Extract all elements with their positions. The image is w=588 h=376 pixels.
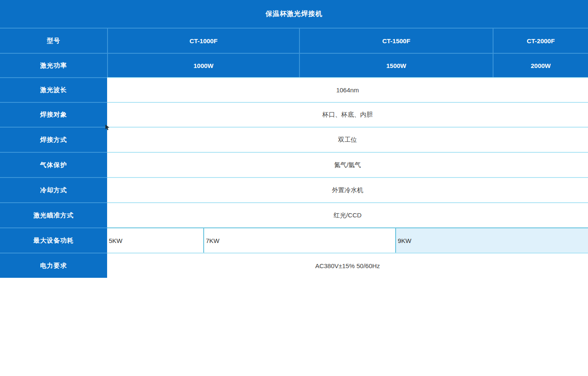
- row-label-laser-power: 激光功率: [0, 53, 107, 77]
- consumption-value-2: 7KW: [203, 227, 395, 253]
- row-label-aiming: 激光瞄准方式: [0, 202, 107, 227]
- spec-value-aiming: 红光/CCD: [107, 202, 588, 227]
- page: 保温杯激光焊接机 型号 CT-1000F CT-1500F CT-2000F 激…: [0, 0, 588, 376]
- row-label-gas-protection: 气体保护: [0, 152, 107, 177]
- model-value-2: CT-1500F: [299, 28, 493, 53]
- row-label-max-consumption: 最大设备功耗: [0, 227, 107, 253]
- spec-row-cooling: 冷却方式 外置冷水机: [0, 177, 588, 202]
- model-row: 型号 CT-1000F CT-1500F CT-2000F: [0, 28, 588, 53]
- spec-value-gas-protection: 氮气/氩气: [107, 152, 588, 177]
- row-label-weld-method: 焊接方式: [0, 127, 107, 152]
- spec-row-aiming: 激光瞄准方式 红光/CCD: [0, 202, 588, 227]
- table-title-row: 保温杯激光焊接机: [0, 0, 588, 28]
- power-requirement-row: 电力要求 AC380V±15% 50/60Hz: [0, 253, 588, 278]
- table-title: 保温杯激光焊接机: [0, 0, 588, 28]
- product-spec-table: 保温杯激光焊接机 型号 CT-1000F CT-1500F CT-2000F 激…: [0, 0, 588, 278]
- spec-row-weld-object: 焊接对象 杯口、杯底、内胆: [0, 102, 588, 127]
- max-consumption-row: 最大设备功耗 5KW 7KW 9KW: [0, 227, 588, 253]
- row-label-model: 型号: [0, 28, 107, 53]
- laser-power-value-2: 1500W: [299, 53, 493, 77]
- row-label-power-requirement: 电力要求: [0, 253, 107, 278]
- laser-power-value-1: 1000W: [107, 53, 299, 77]
- spec-value-weld-method: 双工位: [107, 127, 588, 152]
- model-value-1: CT-1000F: [107, 28, 299, 53]
- consumption-value-1: 5KW: [107, 227, 203, 253]
- spec-value-wavelength: 1064nm: [107, 77, 588, 102]
- laser-power-value-3: 2000W: [493, 53, 588, 77]
- spec-row-wavelength: 激光波长 1064nm: [0, 77, 588, 102]
- spec-row-weld-method: 焊接方式 双工位: [0, 127, 588, 152]
- row-label-wavelength: 激光波长: [0, 77, 107, 102]
- power-requirement-value: AC380V±15% 50/60Hz: [107, 253, 588, 278]
- consumption-value-3-highlighted: 9KW: [395, 227, 588, 253]
- spec-value-weld-object: 杯口、杯底、内胆: [107, 102, 588, 127]
- spec-row-gas-protection: 气体保护 氮气/氩气: [0, 152, 588, 177]
- spec-value-cooling: 外置冷水机: [107, 177, 588, 202]
- row-label-cooling: 冷却方式: [0, 177, 107, 202]
- model-value-3: CT-2000F: [493, 28, 588, 53]
- row-label-weld-object: 焊接对象: [0, 102, 107, 127]
- laser-power-row: 激光功率 1000W 1500W 2000W: [0, 53, 588, 77]
